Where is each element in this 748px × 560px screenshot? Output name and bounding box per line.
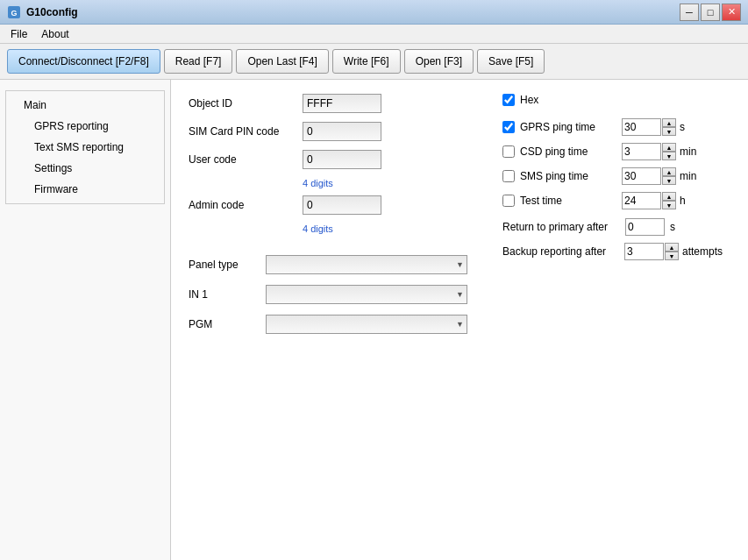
sms-ping-unit: min — [680, 170, 710, 182]
maximize-button[interactable]: □ — [701, 4, 720, 21]
sidebar-item-settings[interactable]: Settings — [6, 158, 164, 179]
admin-code-label: Admin code — [189, 199, 303, 211]
form-right: Hex GPRS ping time ▲ ▼ s — [502, 94, 730, 344]
object-id-input[interactable] — [303, 94, 381, 113]
window-title: G10config — [26, 6, 78, 18]
backup-reporting-unit: attempts — [682, 245, 730, 258]
backup-reporting-down[interactable]: ▼ — [665, 252, 679, 260]
panel-type-select[interactable] — [266, 255, 467, 274]
gprs-ping-input[interactable] — [622, 118, 661, 136]
in1-label: IN 1 — [189, 288, 266, 301]
test-time-input[interactable] — [622, 192, 661, 209]
test-time-up[interactable]: ▲ — [662, 192, 676, 201]
menu-bar: File About — [0, 25, 748, 44]
sms-ping-up[interactable]: ▲ — [662, 167, 676, 176]
open-last-button[interactable]: Open Last [F4] — [236, 49, 328, 74]
gprs-ping-checkbox[interactable] — [502, 121, 515, 133]
return-primary-label: Return to primary after — [502, 221, 625, 233]
form-left: Object ID SIM Card PIN code User code 4 … — [189, 94, 467, 344]
admin-code-row: Admin code — [189, 195, 467, 215]
gprs-ping-spinner: ▲ ▼ s — [622, 118, 710, 136]
gprs-ping-down[interactable]: ▼ — [662, 127, 676, 136]
backup-reporting-row: Backup reporting after ▲ ▼ attempts — [502, 243, 730, 260]
form-section: Object ID SIM Card PIN code User code 4 … — [189, 94, 730, 344]
panel-type-label: Panel type — [189, 259, 266, 271]
sms-ping-spinner: ▲ ▼ min — [622, 167, 710, 185]
user-code-hint: 4 digits — [303, 178, 467, 188]
sidebar: Main GPRS reporting Text SMS reporting S… — [0, 80, 171, 560]
pgm-select[interactable] — [266, 315, 467, 334]
csd-ping-arrows: ▲ ▼ — [662, 143, 676, 160]
sidebar-item-firmware[interactable]: Firmware — [6, 179, 164, 200]
sms-ping-label: SMS ping time — [520, 170, 616, 182]
pgm-row: PGM ▼ — [189, 315, 467, 334]
in1-select[interactable] — [266, 285, 467, 304]
return-primary-input[interactable] — [625, 218, 665, 236]
save-button[interactable]: Save [F5] — [477, 49, 545, 74]
return-primary-row: Return to primary after s — [502, 218, 730, 236]
sidebar-item-gprs-reporting[interactable]: GPRS reporting — [6, 116, 164, 137]
sms-ping-arrows: ▲ ▼ — [662, 167, 676, 185]
sim-pin-input[interactable] — [303, 122, 381, 141]
gprs-ping-up[interactable]: ▲ — [662, 118, 676, 127]
in1-wrapper: ▼ — [266, 285, 467, 304]
main-layout: Main GPRS reporting Text SMS reporting S… — [0, 80, 748, 560]
return-primary-spinner: s — [625, 218, 701, 236]
object-id-row: Object ID — [189, 94, 467, 113]
hex-label: Hex — [520, 94, 616, 106]
test-time-unit: h — [680, 195, 710, 207]
read-button[interactable]: Read [F7] — [164, 49, 233, 74]
backup-reporting-label: Backup reporting after — [502, 245, 624, 258]
dropdown-section: Panel type ▼ IN 1 — [189, 255, 467, 334]
csd-ping-input[interactable] — [622, 143, 661, 160]
backup-reporting-input[interactable] — [624, 243, 664, 260]
user-code-input[interactable] — [303, 150, 381, 169]
backup-reporting-arrows: ▲ ▼ — [665, 243, 679, 260]
hex-row: Hex — [502, 94, 730, 106]
menu-file[interactable]: File — [4, 26, 34, 42]
test-time-checkbox[interactable] — [502, 195, 515, 207]
test-time-label: Test time — [520, 195, 616, 207]
return-primary-unit: s — [670, 221, 701, 233]
admin-code-hint: 4 digits — [303, 223, 467, 234]
sms-ping-down[interactable]: ▼ — [662, 176, 676, 185]
sms-ping-input[interactable] — [622, 167, 661, 185]
sidebar-item-text-sms-reporting[interactable]: Text SMS reporting — [6, 137, 164, 158]
connect-disconnect-button[interactable]: Connect/Disconnect [F2/F8] — [7, 49, 160, 74]
backup-reporting-spinner: ▲ ▼ attempts — [624, 243, 730, 260]
backup-reporting-up[interactable]: ▲ — [665, 243, 679, 252]
minimize-button[interactable]: ─ — [680, 4, 699, 21]
write-button[interactable]: Write [F6] — [332, 49, 401, 74]
gprs-ping-row: GPRS ping time ▲ ▼ s — [502, 118, 730, 136]
csd-ping-label: CSD ping time — [520, 145, 616, 158]
csd-ping-up[interactable]: ▲ — [662, 143, 676, 152]
admin-code-input[interactable] — [303, 195, 381, 215]
sim-pin-row: SIM Card PIN code — [189, 122, 467, 141]
user-code-label: User code — [189, 153, 303, 166]
csd-ping-down[interactable]: ▼ — [662, 152, 676, 160]
toolbar: Connect/Disconnect [F2/F8] Read [F7] Ope… — [0, 44, 748, 80]
gprs-ping-label: GPRS ping time — [520, 121, 616, 133]
csd-ping-checkbox[interactable] — [502, 145, 515, 158]
sidebar-group: Main GPRS reporting Text SMS reporting S… — [5, 90, 165, 204]
test-time-row: Test time ▲ ▼ h — [502, 192, 730, 209]
csd-ping-row: CSD ping time ▲ ▼ min — [502, 143, 730, 160]
content-area: Object ID SIM Card PIN code User code 4 … — [171, 80, 748, 560]
app-icon: G — [7, 5, 21, 19]
csd-ping-spinner: ▲ ▼ min — [622, 143, 710, 160]
panel-type-row: Panel type ▼ — [189, 255, 467, 274]
pgm-wrapper: ▼ — [266, 315, 467, 334]
test-time-down[interactable]: ▼ — [662, 201, 676, 209]
csd-ping-unit: min — [680, 145, 710, 158]
close-button[interactable]: ✕ — [722, 4, 741, 21]
svg-text:G: G — [11, 9, 17, 18]
test-time-spinner: ▲ ▼ h — [622, 192, 710, 209]
sidebar-item-main[interactable]: Main — [6, 95, 164, 116]
hex-checkbox[interactable] — [502, 94, 515, 106]
menu-about[interactable]: About — [34, 26, 75, 42]
sms-ping-checkbox[interactable] — [502, 170, 515, 182]
gprs-ping-unit: s — [680, 121, 710, 133]
in1-row: IN 1 ▼ — [189, 285, 467, 304]
pgm-label: PGM — [189, 318, 266, 330]
open-button[interactable]: Open [F3] — [404, 49, 474, 74]
